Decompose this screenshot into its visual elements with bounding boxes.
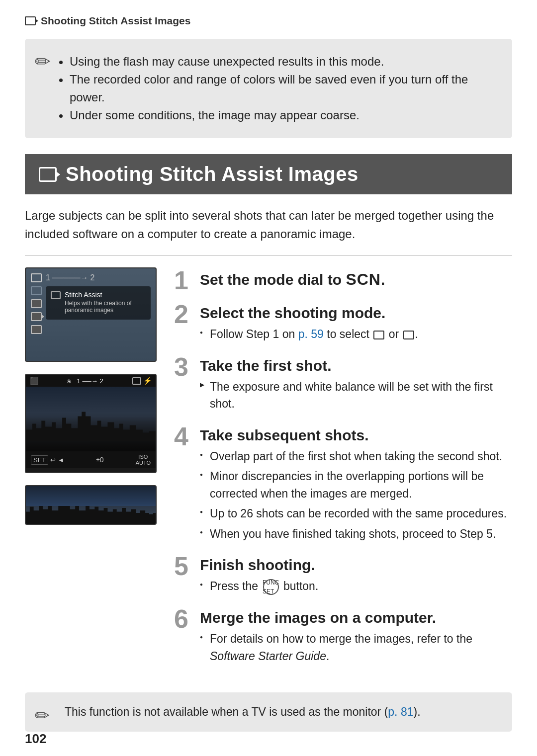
step-4-content: Take subsequent shots. Overlap part of t… (200, 425, 512, 546)
menu-title: Stitch Assist (65, 290, 146, 299)
city-background (26, 387, 156, 451)
iso-display: ISO AUTO (136, 454, 151, 466)
divider (25, 255, 512, 255)
step-1: 1 Set the mode dial to SCN. (174, 269, 512, 293)
step-6-title: Merge the images on a computer. (200, 608, 512, 627)
menu-row-stitch: Stitch Assist Helps with the creation of… (51, 290, 146, 314)
step-5-bullet-1: Press the FUNCSET button. (200, 578, 512, 595)
step-4-bullet-3: Up to 26 shots can be recorded with the … (200, 505, 512, 522)
city-silhouette (26, 412, 156, 441)
step-5-content: Finish shooting. Press the FUNCSET butto… (200, 555, 512, 598)
iso-label: ISO (138, 454, 148, 460)
step2-link[interactable]: p. 59 (298, 328, 324, 340)
stitch-icon (51, 291, 61, 299)
step-3-bullet-1: The exposure and white balance will be s… (200, 378, 512, 413)
inline-icon-left (373, 331, 384, 339)
screen1-inner: 1 ─────→ 2 (26, 268, 156, 361)
bottom-note-text: This function is not available when a TV… (65, 705, 421, 718)
step-3-title: Take the first shot. (200, 356, 512, 375)
camera-screen-2: ⬛ â 1 ──→ 2 ⚡ SET (25, 374, 157, 473)
step-3-number: 3 (174, 354, 196, 380)
step-2-content: Select the shooting mode. Follow Step 1 … (200, 303, 512, 346)
screen1-mode-icons (31, 286, 42, 334)
main-section: 1 ─────→ 2 (25, 267, 512, 677)
step-arrow: 1 ─────→ 2 (46, 273, 95, 282)
set-controls: SET ↩ ◄ (31, 455, 64, 465)
section-title: Shooting Stitch Assist Images (66, 163, 358, 185)
step-2-title: Select the shooting mode. (200, 303, 512, 323)
section-header: Shooting Stitch Assist Images (25, 154, 512, 194)
stitch-assist-icon (25, 16, 36, 25)
camera-mode-icon-1 (31, 273, 42, 282)
step-1-content: Set the mode dial to SCN. (200, 269, 512, 293)
step-4-bullet-2: Minor discrepancies in the overlapping p… (200, 468, 512, 502)
func-set-button: FUNCSET (263, 579, 279, 595)
screen1-icons-row: Stitch Assist Helps with the creation of… (31, 286, 151, 334)
bottom-pencil-icon: ✏ (35, 702, 50, 729)
step-5-bullets: Press the FUNCSET button. (200, 578, 512, 595)
step-4-bullet-1: Overlap part of the first shot when taki… (200, 448, 512, 465)
step-6-number: 6 (174, 606, 196, 632)
screen2-right-icons: ⚡ (132, 377, 152, 385)
iso-auto: AUTO (136, 460, 151, 466)
top-note-box: ✏ Using the flash may cause unexpected r… (25, 39, 512, 138)
step-4-number: 4 (174, 423, 196, 449)
screen1-menu: Stitch Assist Helps with the creation of… (46, 286, 151, 320)
step-4-title: Take subsequent shots. (200, 425, 512, 445)
step-3: 3 Take the first shot. The exposure and … (174, 356, 512, 416)
set-button-label: SET (31, 455, 48, 465)
step-3-content: Take the first shot. The exposure and wh… (200, 356, 512, 416)
scn-text: SCN (346, 270, 381, 288)
panoramic-result (25, 485, 157, 525)
step-1-indicator: â (67, 377, 71, 385)
mode-icon-4 (31, 325, 42, 334)
battery-icon: ⬛ (30, 377, 38, 385)
step-5-number: 5 (174, 553, 196, 579)
breadcrumb: Shooting Stitch Assist Images (25, 15, 512, 27)
mode-icon-3 (31, 312, 42, 321)
step-3-bullets: The exposure and white balance will be s… (200, 378, 512, 413)
step-6-bullets: For details on how to merge the images, … (200, 630, 512, 665)
breadcrumb-text: Shooting Stitch Assist Images (41, 15, 190, 27)
bottom-note-box: ✏ This function is not available when a … (25, 692, 512, 732)
step-4: 4 Take subsequent shots. Overlap part of… (174, 425, 512, 546)
bottom-note-link[interactable]: p. 81 (388, 705, 413, 718)
camera-screen-1: 1 ─────→ 2 (25, 267, 157, 362)
page-number: 102 (25, 731, 46, 747)
section-camera-icon (39, 167, 57, 182)
step-6: 6 Merge the images on a computer. For de… (174, 608, 512, 668)
step-arrow-2: 1 ──→ 2 (77, 377, 103, 385)
intro-text: Large subjects can be split into several… (25, 206, 512, 243)
back-icon: ↩ (50, 456, 56, 464)
step-5: 5 Finish shooting. Press the FUNCSET but… (174, 555, 512, 598)
step-5-title: Finish shooting. (200, 555, 512, 575)
step-2-bullet-1: Follow Step 1 on p. 59 to select or . (200, 326, 512, 343)
mode-icon-2 (31, 299, 42, 308)
step-label-2: 2 (90, 273, 95, 282)
note-item-1: Using the flash may cause unexpected res… (70, 53, 498, 71)
note-item-3: Under some conditions, the image may app… (70, 106, 498, 124)
right-column: 1 Set the mode dial to SCN. 2 Select the… (174, 267, 512, 677)
step-1-number: 1 (174, 267, 196, 293)
step-2-number: 2 (174, 301, 196, 327)
exposure-value: ±0 (96, 456, 103, 464)
flash-icon: ⚡ (143, 377, 152, 385)
left-arrow: ◄ (58, 456, 64, 464)
step-1-title: Set the mode dial to SCN. (200, 269, 512, 290)
menu-subtitle: Helps with the creation of panoramic ima… (65, 300, 146, 314)
page-container: Shooting Stitch Assist Images ✏ Using th… (0, 0, 537, 756)
screen2-top-bar: ⬛ â 1 ──→ 2 ⚡ (26, 375, 156, 387)
pencil-icon: ✏ (35, 51, 51, 73)
step-6-bullet-1: For details on how to merge the images, … (200, 630, 512, 665)
step-4-bullets: Overlap part of the first shot when taki… (200, 448, 512, 543)
step-6-content: Merge the images on a computer. For deta… (200, 608, 512, 668)
inline-icon-right (403, 331, 414, 339)
step-label-1: 1 (46, 273, 50, 282)
step-2-bullets: Follow Step 1 on p. 59 to select or . (200, 326, 512, 343)
stitch-mode-icon (132, 377, 141, 385)
panorama-sky (26, 486, 156, 506)
screen1-top-bar: 1 ─────→ 2 (31, 273, 151, 282)
screen2-top-mid: â 1 ──→ 2 (67, 377, 103, 385)
note-list: Using the flash may cause unexpected res… (65, 53, 498, 124)
screen2-bottom-bar: SET ↩ ◄ ±0 ISO AUTO (26, 451, 156, 468)
